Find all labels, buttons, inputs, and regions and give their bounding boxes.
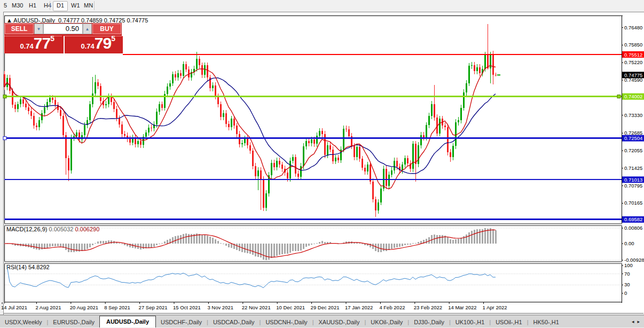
buy-button[interactable]: BUY xyxy=(92,24,121,34)
candle-body xyxy=(447,127,449,152)
chart-tab-usdchf-daily[interactable]: USDCHF-,Daily xyxy=(156,317,207,327)
chart-tab-eurusd-daily[interactable]: EURUSD-,Daily xyxy=(48,317,99,327)
candle-body xyxy=(359,147,360,159)
chart-tab-usdcad-daily[interactable]: USDCAD-,Daily xyxy=(208,317,260,327)
candle-body xyxy=(439,119,441,133)
buy-price-display[interactable]: 0.74795 xyxy=(64,36,123,53)
candle-body xyxy=(151,128,152,128)
candle-body xyxy=(148,128,150,132)
candle-body xyxy=(62,116,64,135)
candle-body xyxy=(404,158,406,165)
date-axis-label: 20 Aug 2021 xyxy=(70,304,98,310)
candle-body xyxy=(201,65,203,75)
sell-price-prefix: 0.74 xyxy=(20,42,34,50)
volume-increase-button[interactable]: ▲ xyxy=(83,24,92,34)
candle-body xyxy=(423,135,425,138)
candle-body xyxy=(484,55,486,69)
candle-body xyxy=(378,202,379,211)
candle-body xyxy=(388,175,390,186)
candle-body xyxy=(30,111,32,116)
date-axis-label: 15 Oct 2021 xyxy=(173,304,201,310)
chart-tab-usdcnh-daily[interactable]: USDCNH-,Daily xyxy=(261,317,312,327)
chart-tab-usdx-weekly[interactable]: USDX,Weekly xyxy=(0,317,46,327)
candle-body xyxy=(252,151,254,166)
chart-tab-ukoil-daily[interactable]: UKOil-,Daily xyxy=(366,317,407,327)
candle-body xyxy=(279,161,280,165)
price-axis-label: 0.70165 xyxy=(624,200,642,206)
chart-tab-hk50-h1[interactable]: HK50-,H1 xyxy=(529,317,564,327)
candle-body xyxy=(265,193,267,208)
candle-body xyxy=(271,163,272,175)
macd-axis-label: 0.00 xyxy=(624,240,634,246)
candle-body xyxy=(38,120,40,127)
candle-body xyxy=(370,165,371,181)
tab-scroll-arrows: ◂▸ xyxy=(632,319,644,327)
buy-price-sup: 5 xyxy=(111,34,115,43)
candle-body xyxy=(236,126,238,134)
buy-price-prefix: 0.74 xyxy=(81,42,95,50)
candle-body xyxy=(468,66,470,83)
candle-body xyxy=(140,141,142,145)
price-axis-label: 0.70795 xyxy=(624,183,642,189)
price-axis-badge-label: 0.72504 xyxy=(624,135,642,141)
date-axis-label: 22 Nov 2021 xyxy=(242,304,271,310)
candle-body xyxy=(452,146,454,157)
candle-body xyxy=(362,159,363,167)
candle-body xyxy=(412,144,414,169)
rsi-axis-label: 100 xyxy=(624,262,633,268)
candle-body xyxy=(177,73,179,77)
candle-body xyxy=(247,139,248,145)
chart-tab-usoil-h1[interactable]: USOil-,H1 xyxy=(491,317,527,327)
candle-body xyxy=(70,138,72,170)
date-axis-label: 27 Sep 2021 xyxy=(139,304,168,310)
candle-body xyxy=(276,161,278,168)
chart-tab-audusd-daily[interactable]: AUDUSD-,Daily xyxy=(99,316,156,327)
candle-body xyxy=(321,131,323,134)
tab-scroll-right-icon[interactable]: ▸ xyxy=(637,319,640,324)
candle-body xyxy=(396,161,398,167)
candle-body xyxy=(308,141,310,143)
candle-body xyxy=(380,189,382,202)
chart-tab-xauusd-daily[interactable]: XAUUSD-,Daily xyxy=(313,317,364,327)
candle-body xyxy=(220,104,222,116)
volume-input[interactable]: 0.50 xyxy=(43,24,83,34)
price-axis-badge-label: 0.74002 xyxy=(624,93,642,99)
price-axis-label: 0.72055 xyxy=(624,147,642,153)
candle-body xyxy=(12,91,13,105)
price-axis-label: 0.75850 xyxy=(624,42,642,48)
candle-body xyxy=(183,64,184,75)
candle-body xyxy=(52,98,53,100)
line-anchor-marker xyxy=(3,95,6,98)
candle-body xyxy=(172,74,174,83)
candle-body xyxy=(394,161,395,170)
candle-body xyxy=(97,82,99,87)
candle-body xyxy=(260,170,262,179)
price-axis-badge-label: 0.69582 xyxy=(624,216,642,222)
candle-body xyxy=(426,125,427,137)
candle-body xyxy=(364,168,366,172)
price-axis-label: 0.75220 xyxy=(624,59,642,65)
candle-body xyxy=(386,169,387,186)
candle-body xyxy=(28,107,29,111)
tab-scroll-left-icon[interactable]: ◂ xyxy=(632,319,634,324)
candle-body xyxy=(185,64,187,69)
rsi-line xyxy=(7,265,496,288)
candle-body xyxy=(116,109,117,118)
chart-tab-dj30-daily[interactable]: DJ30-,Daily xyxy=(409,317,449,327)
sell-price-display[interactable]: 0.74775 xyxy=(4,36,62,53)
sell-button[interactable]: SELL xyxy=(5,24,34,34)
candle-body xyxy=(95,82,96,93)
date-axis-label: 14 Jul 2021 xyxy=(1,304,27,310)
candle-body xyxy=(44,107,45,113)
candle-body xyxy=(124,134,125,136)
candle-body xyxy=(4,74,5,87)
candle-body xyxy=(295,157,296,174)
candle-body xyxy=(474,65,475,71)
chart-tab-uk100-h1[interactable]: UK100-,H1 xyxy=(451,317,489,327)
date-axis-label: 29 Dec 2021 xyxy=(311,304,340,310)
candle-body xyxy=(156,112,158,124)
volume-decrease-button[interactable]: ▼ xyxy=(34,24,43,34)
candle-body xyxy=(233,119,235,126)
ma-slow-line xyxy=(4,78,496,174)
candle-body xyxy=(402,165,403,170)
